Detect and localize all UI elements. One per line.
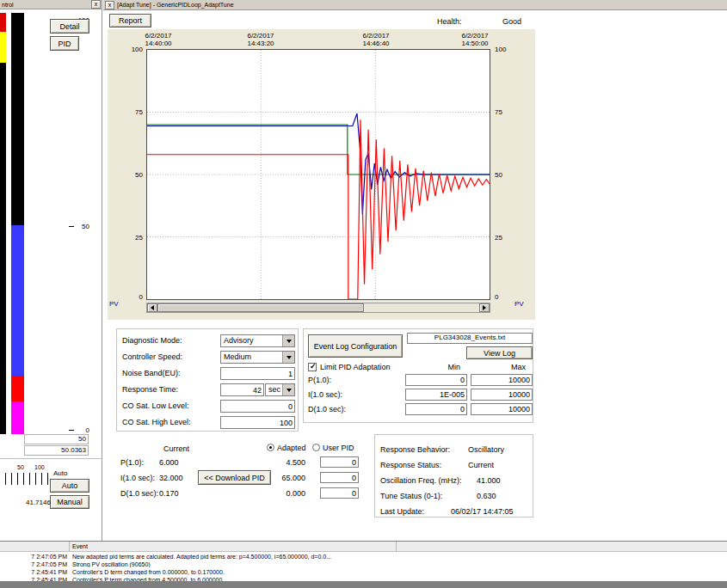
faceplate-title: ntrol — [2, 2, 14, 8]
current-header: Current — [163, 444, 189, 453]
chevron-down-icon[interactable] — [282, 352, 294, 363]
co-sat-high-label: CO Sat. High Level: — [122, 418, 191, 426]
y-tick-left-100: 100 — [119, 46, 143, 53]
limit-pid-label: Limit PID Adaptation — [320, 363, 391, 371]
response-behavior-group: Response Behavior: Oscillatory Response … — [374, 434, 533, 518]
noise-band-input[interactable] — [220, 367, 295, 380]
event-row[interactable]: 7 2:47:05 PM Strong PV oscillation (9065… — [0, 561, 727, 569]
diagnostic-mode-select[interactable]: Advisory — [220, 334, 295, 347]
last-update-label: Last Update: — [380, 507, 424, 516]
column-divider — [396, 542, 397, 552]
adapt-tune-close-button[interactable]: x — [105, 1, 114, 9]
min-header: Min — [405, 363, 460, 371]
p-max-input[interactable] — [471, 374, 533, 386]
adapt-tune-title: [Adapt Tune] - GenericPIDLoop_AdaptTune — [117, 2, 234, 8]
d-user-input[interactable] — [320, 487, 359, 499]
faceplate-close-button[interactable]: x — [91, 0, 101, 9]
y-tick-right-25: 25 — [495, 234, 519, 242]
adapt-tune-titlebar: [Adapt Tune] - GenericPIDLoop_AdaptTune — [103, 0, 727, 10]
mode-label: Auto — [53, 469, 67, 477]
pid-values-group: Current Adapted User PID P(1.0): 6.000 4… — [116, 434, 367, 518]
user-pid-radio[interactable] — [312, 444, 320, 451]
pv-axis-label-right: PV — [514, 300, 524, 308]
i-min-input[interactable] — [405, 389, 467, 401]
view-log-button[interactable]: View Log — [466, 346, 533, 359]
response-time-unit-value: sec — [268, 385, 280, 394]
i-adapted-value: 65.000 — [258, 474, 305, 482]
pid-button[interactable]: PID — [50, 36, 79, 51]
bottom-strip — [0, 581, 727, 588]
co-sat-low-input[interactable] — [220, 400, 295, 413]
event-log-configuration-button[interactable]: Event Log Configuration — [308, 334, 403, 358]
y-tick-left-0: 0 — [119, 293, 143, 301]
p-row-label: P(1.0): — [120, 458, 144, 467]
auto-button[interactable]: Auto — [50, 479, 89, 493]
column-divider — [69, 542, 70, 552]
response-time-label: Response Time: — [122, 385, 178, 394]
max-header: Max — [471, 363, 526, 371]
adapted-radio-label[interactable]: Adapted — [277, 444, 306, 452]
p-limit-label: P(1.0): — [308, 376, 331, 384]
x-axis-label-3: 6/2/201714:46:40 — [362, 32, 389, 47]
response-time-input[interactable] — [220, 383, 264, 396]
faceplate-panel: ntrol x 100 50 0 Detail PID 50 50.0363 5… — [0, 0, 102, 541]
i-row-label: I(1.0 sec): — [120, 474, 155, 482]
adapted-radio[interactable] — [267, 444, 274, 451]
response-time-unit-select[interactable]: sec — [265, 383, 295, 396]
d-limit-label: D(1.0 sec): — [308, 405, 346, 413]
detail-button[interactable]: Detail — [50, 19, 89, 34]
y-tick-right-75: 75 — [495, 108, 519, 116]
co-sat-high-input[interactable] — [220, 416, 295, 429]
d-row-label: D(1.0 sec): — [120, 489, 158, 498]
event-row[interactable]: 7 2:45:41 PM Controller's D term changed… — [0, 569, 727, 577]
scale-label-50: 50 — [72, 223, 89, 230]
d-max-input[interactable] — [471, 403, 533, 415]
i-user-input[interactable] — [320, 472, 359, 483]
controller-speed-select[interactable]: Medium — [220, 351, 295, 364]
p-user-input[interactable] — [320, 456, 359, 468]
y-tick-left-50: 50 — [119, 171, 143, 179]
last-update-value: 06/02/17 14:47:05 — [451, 507, 514, 516]
y-tick-left-25: 25 — [119, 234, 143, 242]
event-list-header: Event — [0, 542, 727, 552]
controller-speed-label: Controller Speed: — [122, 352, 182, 361]
p-adapted-value: 4.500 — [258, 458, 305, 467]
response-behavior-label: Response Behavior: — [380, 445, 450, 454]
noise-band-label: Noise Band(EU): — [122, 369, 181, 377]
sp-value: 50.0363 — [24, 445, 89, 456]
trend-plot-svg — [147, 50, 490, 299]
scrollbar-thumb[interactable] — [157, 303, 364, 312]
scroll-left-button[interactable] — [147, 303, 157, 312]
chevron-down-icon[interactable] — [282, 335, 294, 346]
manual-button[interactable]: Manual — [50, 495, 89, 509]
chevron-down-icon[interactable] — [282, 384, 294, 395]
y-tick-right-100: 100 — [495, 46, 519, 53]
i-current-value: 32.000 — [159, 474, 183, 482]
scroll-right-button[interactable] — [479, 303, 490, 312]
limit-pid-checkbox[interactable] — [308, 363, 317, 371]
i-max-input[interactable] — [471, 389, 533, 401]
event-row[interactable]: 7 2:47:05 PM New adapted pid terms are c… — [0, 554, 727, 561]
pv-value: 50 — [24, 434, 89, 444]
controller-speed-value: Medium — [224, 352, 251, 361]
report-button[interactable]: Report — [109, 14, 151, 28]
slider-label-100: 100 — [34, 464, 45, 470]
i-limit-label: I(1.0 sec): — [308, 390, 342, 399]
health-label: Health: — [437, 17, 462, 26]
oscillation-freq-value: 41.000 — [477, 476, 501, 485]
output-slider[interactable] — [5, 473, 50, 485]
diagnostic-settings-group: Diagnostic Mode: Advisory Controller Spe… — [116, 328, 299, 432]
user-pid-radio-label[interactable]: User PID — [323, 444, 354, 452]
slider-label-50: 50 — [17, 464, 24, 470]
event-column-header: Event — [72, 543, 88, 549]
faceplate-divider — [0, 458, 102, 459]
chart-scrollbar[interactable] — [146, 303, 490, 313]
arrow-left-icon — [151, 305, 154, 310]
limits-gauge-bar — [0, 13, 6, 434]
d-min-input[interactable] — [405, 403, 467, 415]
y-tick-right-50: 50 — [495, 171, 519, 179]
p-min-input[interactable] — [405, 374, 467, 386]
x-axis-label-2: 6/2/201714:43:20 — [247, 32, 274, 47]
d-adapted-value: 0.000 — [258, 489, 305, 498]
event-log-limits-group: Event Log Configuration PLG343028_Events… — [303, 328, 533, 423]
